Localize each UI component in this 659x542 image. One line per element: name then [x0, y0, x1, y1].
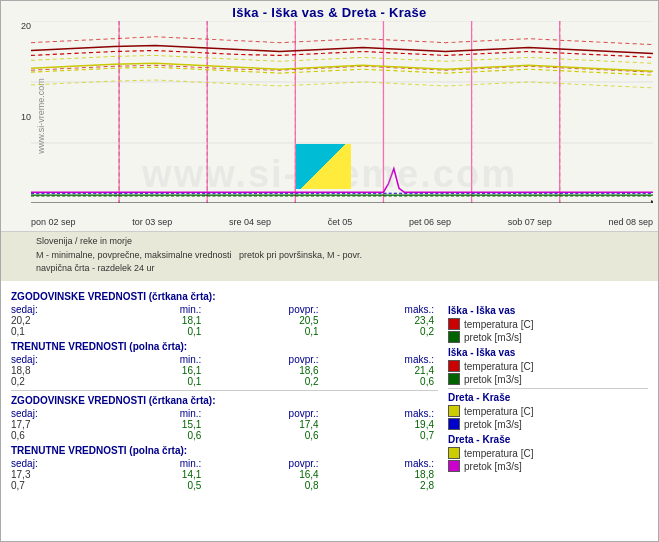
curr-header-1: TRENUTNE VREDNOSTI (polna črta):: [11, 341, 438, 352]
hist1-r1-sedaj: 20,2: [11, 315, 117, 326]
y-label-10: 10: [21, 112, 31, 122]
col-min-3: min.:: [117, 408, 206, 419]
curr1-r1-maks: 21,4: [323, 365, 438, 376]
iska-temp-curr-label: temperatura [C]: [464, 361, 533, 372]
x-label-5: sob 07 sep: [508, 217, 552, 227]
svg-marker-17: [651, 200, 653, 203]
iska-flow-curr-label: pretok [m3/s]: [464, 374, 522, 385]
table-row: 17,7 15,1 17,4 19,4: [11, 419, 438, 430]
dreta-label-curr: Dreta - Kraše: [448, 434, 648, 445]
hist2-r1-maks: 19,4: [323, 419, 438, 430]
dreta-flow-hist-label: pretok [m3/s]: [464, 419, 522, 430]
dreta-flow-curr-label: pretok [m3/s]: [464, 461, 522, 472]
hist1-r2-sedaj: 0,1: [11, 326, 117, 337]
hist-header-2: ZGODOVINSKE VREDNOSTI (črtkana črta):: [11, 395, 438, 406]
table-row: 17,3 14,1 16,4 18,8: [11, 469, 438, 480]
iska-flow-hist-label: pretok [m3/s]: [464, 332, 522, 343]
x-label-1: tor 03 sep: [132, 217, 172, 227]
curr2-r2-min: 0,5: [117, 480, 206, 491]
col-maks-3: maks.:: [323, 408, 438, 419]
col-povpr-3: povpr.:: [205, 408, 322, 419]
iska-label-hist: Iška - Iška vas: [448, 305, 648, 316]
iska-label-curr: Iška - Iška vas: [448, 347, 648, 358]
curr2-r2-sedaj: 0,7: [11, 480, 117, 491]
dreta-flow-curr-color: [448, 460, 460, 472]
curr1-r1-sedaj: 18,8: [11, 365, 117, 376]
hist1-r2-maks: 0,2: [323, 326, 438, 337]
col-povpr-4: povpr.:: [205, 458, 322, 469]
hist-header-1: ZGODOVINSKE VREDNOSTI (črtkana črta):: [11, 291, 438, 302]
hist2-r1-min: 15,1: [117, 419, 206, 430]
table-row: 0,1 0,1 0,1 0,2: [11, 326, 438, 337]
table-row: 0,2 0,1 0,2 0,6: [11, 376, 438, 387]
hist1-r1-maks: 23,4: [323, 315, 438, 326]
main-container: Iška - Iška vas & Dreta - Kraše www.si-v…: [0, 0, 659, 542]
curr1-r1-min: 16,1: [117, 365, 206, 376]
hist1-r1-min: 18,1: [117, 315, 206, 326]
dreta-temp-hist-label: temperatura [C]: [464, 406, 533, 417]
dreta-flow-hist-color: [448, 418, 460, 430]
divider-1: [11, 390, 438, 391]
chart-title: Iška - Iška vas & Dreta - Kraše: [1, 1, 658, 20]
col-min-4: min.:: [117, 458, 206, 469]
x-label-4: pet 06 sep: [409, 217, 451, 227]
iska-temp-hist-label: temperatura [C]: [464, 319, 533, 330]
table-row: 0,7 0,5 0,8 2,8: [11, 480, 438, 491]
iska-temp-hist-color: [448, 318, 460, 330]
iska-flow-hist-color: [448, 331, 460, 343]
iska-flow-curr-color: [448, 373, 460, 385]
curr2-r1-povpr: 16,4: [205, 469, 322, 480]
curr-table-2: sedaj: min.: povpr.: maks.: 17,3 14,1 16…: [11, 458, 438, 491]
legend-line2: M - minimalne, povprečne, maksimalne vre…: [36, 249, 650, 263]
dreta-temp-curr-label: temperatura [C]: [464, 448, 533, 459]
col-min-2: min.:: [117, 354, 206, 365]
hist2-r2-povpr: 0,6: [205, 430, 322, 441]
col-sedaj-3: sedaj:: [11, 408, 117, 419]
curr2-r1-maks: 18,8: [323, 469, 438, 480]
legend-area: Slovenija / reke in morje M - minimalne,…: [1, 231, 658, 281]
x-label-2: sre 04 sep: [229, 217, 271, 227]
hist-table-1: sedaj: min.: povpr.: maks.: 20,2 18,1 20…: [11, 304, 438, 337]
x-axis-labels: pon 02 sep tor 03 sep sre 04 sep čet 05 …: [31, 217, 653, 227]
curr1-r2-sedaj: 0,2: [11, 376, 117, 387]
left-data: ZGODOVINSKE VREDNOSTI (črtkana črta): se…: [11, 287, 438, 535]
dreta-temp-curr-legend: temperatura [C]: [448, 447, 648, 459]
curr1-r1-povpr: 18,6: [205, 365, 322, 376]
iska-flow-curr-legend: pretok [m3/s]: [448, 373, 648, 385]
y-label-20: 20: [21, 21, 31, 31]
x-label-3: čet 05: [328, 217, 353, 227]
curr2-r2-maks: 2,8: [323, 480, 438, 491]
dreta-temp-hist-legend: temperatura [C]: [448, 405, 648, 417]
hist2-r1-sedaj: 17,7: [11, 419, 117, 430]
curr1-r2-min: 0,1: [117, 376, 206, 387]
col-povpr: povpr.:: [205, 304, 322, 315]
col-sedaj: sedaj:: [11, 304, 117, 315]
right-divider: [448, 388, 648, 389]
curr1-r2-maks: 0,6: [323, 376, 438, 387]
data-section: ZGODOVINSKE VREDNOSTI (črtkana črta): se…: [1, 281, 658, 541]
dreta-flow-hist-legend: pretok [m3/s]: [448, 418, 648, 430]
x-label-0: pon 02 sep: [31, 217, 76, 227]
col-sedaj-2: sedaj:: [11, 354, 117, 365]
hist1-r2-min: 0,1: [117, 326, 206, 337]
hist-table-2: sedaj: min.: povpr.: maks.: 17,7 15,1 17…: [11, 408, 438, 441]
iska-temp-hist-legend: temperatura [C]: [448, 318, 648, 330]
col-min: min.:: [117, 304, 206, 315]
col-sedaj-4: sedaj:: [11, 458, 117, 469]
curr-table-1: sedaj: min.: povpr.: maks.: 18,8 16,1 18…: [11, 354, 438, 387]
dreta-temp-curr-color: [448, 447, 460, 459]
x-label-6: ned 08 sep: [608, 217, 653, 227]
chart-area: Iška - Iška vas & Dreta - Kraše www.si-v…: [1, 1, 658, 231]
dreta-temp-hist-color: [448, 405, 460, 417]
hist2-r2-sedaj: 0,6: [11, 430, 117, 441]
dreta-flow-curr-legend: pretok [m3/s]: [448, 460, 648, 472]
col-maks-4: maks.:: [323, 458, 438, 469]
curr1-r2-povpr: 0,2: [205, 376, 322, 387]
col-povpr-2: povpr.:: [205, 354, 322, 365]
hist2-r1-povpr: 17,4: [205, 419, 322, 430]
curr2-r1-min: 14,1: [117, 469, 206, 480]
right-data: Iška - Iška vas temperatura [C] pretok […: [448, 287, 648, 535]
col-maks: maks.:: [323, 304, 438, 315]
legend-line3: navpična črta - razdelek 24 ur: [36, 262, 650, 276]
hist1-r1-povpr: 20,5: [205, 315, 322, 326]
